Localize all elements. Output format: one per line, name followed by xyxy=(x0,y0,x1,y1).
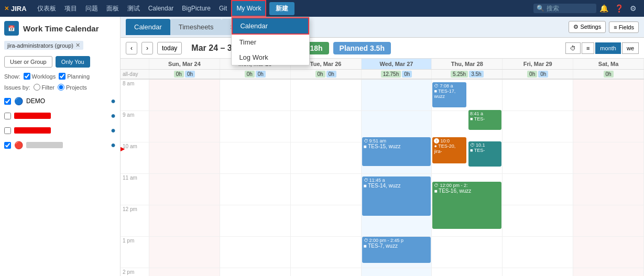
event-tes7-label: ■ TES-7, wuzz xyxy=(364,243,430,249)
help-icon[interactable]: ❓ xyxy=(612,4,627,13)
sidebar-title: Work Time Calendar xyxy=(23,24,99,33)
fri-slot-12 xyxy=(503,205,573,237)
user-or-group-button[interactable]: User or Group xyxy=(4,56,52,68)
event-tes16-label: ■ TES-16, wuzz xyxy=(434,188,500,194)
event-tes17[interactable]: ⏱7:08 a ■ TES-17, wuzz xyxy=(432,82,466,107)
sat-slot-11 xyxy=(573,174,643,205)
fri-slot-9 xyxy=(503,111,573,142)
filter-tag-remove[interactable]: ✕ xyxy=(75,42,80,49)
allday-wed-1: 12.75h xyxy=(381,71,401,78)
nav-test[interactable]: 测试 xyxy=(123,0,144,17)
week-view-button[interactable]: we xyxy=(622,42,639,54)
event-tes14[interactable]: ⏱11:45 a ■ TES-14, wuzz xyxy=(362,176,431,216)
only-you-button[interactable]: Only You xyxy=(56,56,90,68)
event-tes20-header: ! 10:0 xyxy=(434,138,464,143)
list-view-button[interactable]: ≡ xyxy=(582,42,594,54)
allday-thu-2: 3.5h xyxy=(469,71,483,78)
planning-checkbox[interactable] xyxy=(59,73,66,80)
event-tes20-label: ● TES-20, jira- xyxy=(434,143,464,154)
search-input[interactable] xyxy=(547,5,588,12)
today-button[interactable]: today xyxy=(157,42,182,54)
tab-calendar[interactable]: Calendar xyxy=(126,19,170,35)
day-col-sun xyxy=(149,80,220,276)
nav-board[interactable]: 面板 xyxy=(102,0,123,17)
worklogs-checkbox-label: Worklogs xyxy=(24,73,56,80)
event-tes15-clock: ⏱ xyxy=(364,138,368,143)
jira-logo[interactable]: ✕ JIRA xyxy=(4,5,27,13)
prev-button[interactable]: ‹ xyxy=(126,42,137,54)
nav-bigpicture[interactable]: BigPicture xyxy=(178,0,215,17)
sidebar: 📅 Work Time Calendar jira-administrators… xyxy=(0,17,121,276)
tab-timesheets[interactable]: Timesheets xyxy=(170,19,222,35)
tabs-bar: Calendar Timesheets Spent vs P ⚙ Setting… xyxy=(121,17,644,38)
nav-dashboard[interactable]: 仪表板 xyxy=(33,0,60,17)
filter-btn-row: User or Group Only You xyxy=(4,56,116,68)
fields-button[interactable]: ≡ Fields xyxy=(609,21,639,33)
event-tes-green-label: ■ TES- xyxy=(470,116,500,122)
day-headers: Sun, Mar 24 Mon, Mar 25 Tue, Mar 26 Wed,… xyxy=(121,59,644,70)
allday-thu: 5.25h 3.5h xyxy=(432,70,503,79)
my-work-wrapper: My Work Calendar Timer Log Work xyxy=(231,0,266,17)
dropdown-calendar[interactable]: Calendar xyxy=(232,17,309,35)
allday-label: all-day xyxy=(121,70,149,79)
sun-slot-1 xyxy=(149,237,220,268)
event-tes-green[interactable]: 8:41 a ■ TES- xyxy=(468,110,501,130)
filter-tag: jira-administrators (group) ✕ xyxy=(4,41,83,50)
worklogs-checkbox[interactable] xyxy=(24,73,30,80)
tue-slot-8 xyxy=(291,80,361,111)
redacted3-dot-btn[interactable]: ● xyxy=(111,140,116,150)
event-tes-teal-header: ⏱10.1 xyxy=(470,142,500,148)
mon-slot-9 xyxy=(220,111,290,142)
event-tes15[interactable]: ⏱9:51 am ■ TES-15, wuzz xyxy=(362,137,431,166)
event-tes16-clock: ⏱ xyxy=(434,183,439,188)
redacted1-dot-btn[interactable]: ● xyxy=(111,111,116,120)
demo-dot-btn[interactable]: ● xyxy=(111,96,116,106)
time-col-header xyxy=(121,59,149,69)
notifications-icon[interactable]: 🔔 xyxy=(596,4,612,13)
nav-mywork[interactable]: My Work xyxy=(231,0,266,17)
day-col-thu: ⏱7:08 a ■ TES-17, wuzz 8:41 a ■ TES- ! 1… xyxy=(432,80,503,276)
mon-slot-11 xyxy=(220,174,290,205)
mon-slot-10 xyxy=(220,142,290,174)
allday-mon-2: 0h xyxy=(256,71,266,78)
next-button[interactable]: › xyxy=(141,42,153,54)
search-box[interactable]: 🔍 xyxy=(533,4,596,13)
planned-badge: Planned 3.5h xyxy=(333,42,391,54)
projects-radio[interactable] xyxy=(58,84,64,91)
wed-slot-2 xyxy=(362,268,432,276)
time-1pm: 1 pm xyxy=(121,237,149,268)
issues-label: Issues by: xyxy=(4,84,30,91)
event-tes-green-time: 8:41 a xyxy=(470,111,483,116)
sun-slot-11 xyxy=(149,174,220,205)
clock-view-button[interactable]: ⏱ xyxy=(565,42,581,54)
new-button[interactable]: 新建 xyxy=(269,2,294,15)
sat-slot-10 xyxy=(573,142,643,174)
settings-button[interactable]: ⚙ Settings xyxy=(569,21,606,33)
redacted1-checkbox[interactable] xyxy=(4,113,11,119)
event-tes14-clock: ⏱ xyxy=(364,178,368,183)
event-tes20[interactable]: ! 10:0 ● TES-20, jira- xyxy=(432,137,466,163)
nav-issues[interactable]: 问题 xyxy=(81,0,102,17)
event-tes7[interactable]: ⏱2:00 pm - 2:45 p ■ TES-7, wuzz xyxy=(362,237,431,263)
day-col-wed: ⏱9:51 am ■ TES-15, wuzz ⏱11:45 a ■ TES-1… xyxy=(362,80,432,276)
redacted2-checkbox[interactable] xyxy=(4,127,11,134)
redacted3-checkbox[interactable] xyxy=(4,142,11,149)
nav-git[interactable]: Git xyxy=(215,0,231,17)
redacted2-dot-btn[interactable]: ● xyxy=(111,126,116,135)
event-tes-teal[interactable]: ⏱10.1 ■ TES- xyxy=(468,141,501,167)
filter-radio[interactable] xyxy=(34,84,40,91)
nav-project[interactable]: 项目 xyxy=(60,0,81,17)
jira-x-icon: ✕ xyxy=(4,5,9,12)
project-demo[interactable]: 🔵 DEMO ● xyxy=(4,95,116,107)
time-11am: 11 am xyxy=(121,174,149,205)
settings-icon[interactable]: ⚙ xyxy=(627,4,640,13)
dropdown-logwork[interactable]: Log Work xyxy=(232,50,309,65)
demo-checkbox[interactable] xyxy=(4,98,11,105)
view-buttons: ⏱ ≡ month we xyxy=(565,42,639,54)
time-10am: ▶ 10 am xyxy=(121,142,149,174)
event-tes16[interactable]: ⏱12:00 pm - 2: ■ TES-16, wuzz xyxy=(432,182,501,229)
sun-slot-2 xyxy=(149,268,220,276)
dropdown-timer[interactable]: Timer xyxy=(232,35,309,50)
nav-calendar[interactable]: Calendar xyxy=(144,0,178,17)
month-view-button[interactable]: month xyxy=(595,42,621,54)
